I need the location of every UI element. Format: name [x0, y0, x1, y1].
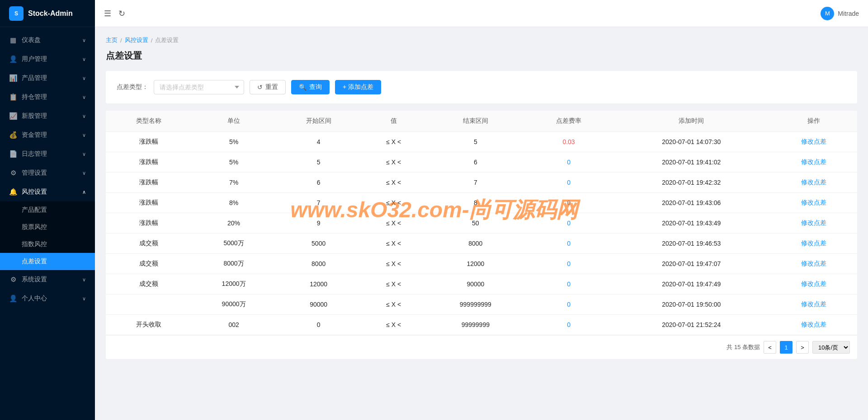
cell-type: 涨跌幅: [106, 193, 192, 213]
edit-spread-button[interactable]: 修改点差: [801, 260, 826, 268]
sidebar-item-user-management[interactable]: 👤 用户管理 ∨: [0, 50, 95, 69]
edit-spread-button[interactable]: 修改点差: [801, 321, 826, 329]
logo-text: Stock-Admin: [28, 9, 73, 18]
sidebar-item-spread-settings[interactable]: 点差设置: [0, 253, 95, 270]
table-body: 涨跌幅 5% 4 ≤ X < 5 0.03 2020-07-01 14:07:3…: [106, 132, 857, 335]
refresh-button[interactable]: ↻: [118, 9, 125, 19]
sidebar-item-index-risk[interactable]: 指数风控: [0, 236, 95, 253]
submenu-item-label: 点差设置: [22, 257, 86, 266]
cell-start: 8000: [275, 254, 362, 274]
arrow-icon: ∨: [82, 56, 86, 62]
sidebar-item-product-config[interactable]: 产品配置: [0, 201, 95, 219]
breadcrumb-home[interactable]: 主页: [106, 36, 118, 44]
cell-end: 6: [425, 152, 525, 173]
cell-unit: 5%: [192, 132, 275, 152]
search-button[interactable]: 🔍 查询: [291, 80, 330, 94]
sidebar-item-position-management[interactable]: 📋 持仓管理 ∨: [0, 88, 95, 107]
sidebar-item-admin-settings[interactable]: ⚙ 管理设置 ∨: [0, 163, 95, 182]
cell-value: ≤ X <: [362, 294, 425, 315]
cell-action[interactable]: 修改点差: [771, 254, 857, 274]
spread-type-select[interactable]: 请选择点差类型: [154, 80, 244, 94]
breadcrumb-current: 点差设置: [155, 36, 179, 44]
reset-button[interactable]: ↺ 重置: [250, 80, 286, 94]
sidebar-item-risk-settings[interactable]: 🔔 风控设置 ∧: [0, 182, 95, 201]
cell-start: 7: [275, 193, 362, 213]
sidebar-item-asset-management[interactable]: 💰 资金管理 ∨: [0, 126, 95, 145]
cell-action[interactable]: 修改点差: [771, 152, 857, 173]
edit-spread-button[interactable]: 修改点差: [801, 199, 826, 207]
sidebar-item-system-settings[interactable]: ⚙ 系统设置 ∨: [0, 270, 95, 289]
sidebar-item-log-management[interactable]: 📄 日志管理 ∨: [0, 145, 95, 163]
add-spread-button[interactable]: + 添加点差: [335, 80, 381, 94]
arrow-icon: ∨: [82, 37, 86, 43]
sidebar-menu: ▦ 仪表盘 ∨ 👤 用户管理 ∨ 📊 产品管理 ∨ 📋 持仓管理 ∨ 📈 新股管…: [0, 27, 95, 420]
cell-unit: 002: [192, 315, 275, 335]
cell-action[interactable]: 修改点差: [771, 294, 857, 315]
cell-action[interactable]: 修改点差: [771, 274, 857, 294]
cell-end: 999999999: [425, 294, 525, 315]
cell-action[interactable]: 修改点差: [771, 173, 857, 193]
sidebar-item-ipo-management[interactable]: 📈 新股管理 ∨: [0, 107, 95, 126]
page-1-button[interactable]: 1: [780, 341, 793, 354]
cell-start: 5000: [275, 233, 362, 254]
cell-end: 8000: [425, 233, 525, 254]
sidebar-item-personal-center[interactable]: 👤 个人中心 ∨: [0, 289, 95, 308]
main-area: ☰ ↻ M Mitrade 主页 / 风控设置 / 点差设置 点差设置 点差类型…: [95, 0, 868, 420]
filter-bar: 点差类型： 请选择点差类型 ↺ 重置 🔍 查询 + 添加点差: [106, 71, 857, 103]
submenu-item-label: 产品配置: [22, 206, 86, 214]
cell-action[interactable]: 修改点差: [771, 315, 857, 335]
edit-spread-button[interactable]: 修改点差: [801, 300, 826, 308]
cell-rate: 0: [526, 233, 612, 254]
person-icon: 👤: [9, 294, 17, 303]
sidebar-item-stock-risk[interactable]: 股票风控: [0, 219, 95, 236]
edit-spread-button[interactable]: 修改点差: [801, 219, 826, 227]
arrow-icon: ∨: [82, 94, 86, 100]
cell-type: 开头收取: [106, 315, 192, 335]
edit-spread-button[interactable]: 修改点差: [801, 239, 826, 247]
cell-action[interactable]: 修改点差: [771, 213, 857, 233]
edit-spread-button[interactable]: 修改点差: [801, 158, 826, 166]
cell-time: 2020-07-01 19:46:53: [612, 233, 771, 254]
cell-action[interactable]: 修改点差: [771, 132, 857, 152]
table-header: 类型名称 单位 开始区间 值 结束区间 点差费率 添加时间 操作: [106, 111, 857, 132]
cell-start: 9: [275, 213, 362, 233]
table-row: 开头收取 002 0 ≤ X < 99999999 0 2020-07-01 2…: [106, 315, 857, 335]
table-row: 成交额 5000万 5000 ≤ X < 8000 0 2020-07-01 1…: [106, 233, 857, 254]
cell-action[interactable]: 修改点差: [771, 193, 857, 213]
page-size-select[interactable]: 10条/页 20条/页 50条/页: [812, 341, 850, 354]
sidebar-item-label: 产品管理: [22, 74, 82, 82]
cell-type: 涨跌幅: [106, 173, 192, 193]
next-page-button[interactable]: >: [796, 341, 809, 354]
edit-spread-button[interactable]: 修改点差: [801, 280, 826, 288]
settings-icon: ⚙: [9, 169, 17, 177]
sidebar-item-dashboard[interactable]: ▦ 仪表盘 ∨: [0, 31, 95, 50]
cell-end: 50: [425, 213, 525, 233]
cell-end: 12000: [425, 254, 525, 274]
edit-spread-button[interactable]: 修改点差: [801, 138, 826, 146]
cell-value: ≤ X <: [362, 233, 425, 254]
collapse-button[interactable]: ☰: [104, 9, 111, 19]
sidebar: S Stock-Admin ▦ 仪表盘 ∨ 👤 用户管理 ∨ 📊 产品管理 ∨ …: [0, 0, 95, 420]
cell-action[interactable]: 修改点差: [771, 233, 857, 254]
arrow-icon: ∨: [82, 296, 86, 302]
edit-spread-button[interactable]: 修改点差: [801, 178, 826, 187]
cell-value: ≤ X <: [362, 254, 425, 274]
filter-label: 点差类型：: [117, 83, 148, 91]
prev-page-button[interactable]: <: [764, 341, 776, 354]
submenu-item-label: 指数风控: [22, 240, 86, 248]
cell-rate: 0: [526, 173, 612, 193]
cell-unit: 12000万: [192, 274, 275, 294]
add-label: + 添加点差: [343, 83, 373, 91]
sidebar-item-label: 个人中心: [22, 294, 82, 303]
cell-time: 2020-07-01 19:43:06: [612, 193, 771, 213]
cell-end: 5: [425, 132, 525, 152]
cell-type: 涨跌幅: [106, 152, 192, 173]
header-left: ☰ ↻: [104, 9, 125, 19]
system-icon: ⚙: [9, 275, 17, 284]
breadcrumb-risk[interactable]: 风控设置: [125, 36, 148, 44]
cell-time: 2020-07-01 19:47:49: [612, 274, 771, 294]
cell-value: ≤ X <: [362, 132, 425, 152]
sidebar-item-product-management[interactable]: 📊 产品管理 ∨: [0, 69, 95, 88]
sidebar-item-label: 系统设置: [22, 275, 82, 284]
logo: S Stock-Admin: [0, 0, 95, 27]
